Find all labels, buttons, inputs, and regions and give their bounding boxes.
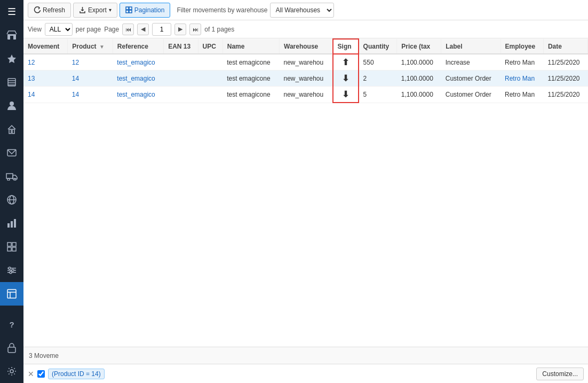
hamburger-menu[interactable]: ☰ <box>0 0 23 24</box>
sidebar-item-modules[interactable] <box>0 235 23 259</box>
svg-point-27 <box>9 267 11 269</box>
cell-name: test emagicone <box>223 87 279 103</box>
sidebar-item-store[interactable] <box>0 24 23 47</box>
col-warehouse[interactable]: Warehouse <box>280 39 333 54</box>
col-product[interactable]: Product ▼ <box>68 39 113 54</box>
page-number-input[interactable] <box>152 23 171 36</box>
col-quantity[interactable]: Quantity <box>359 39 397 54</box>
cell-label: Customer Order <box>441 87 500 103</box>
cell-movement[interactable]: 12 <box>23 54 68 71</box>
sidebar-item-help[interactable]: ? <box>0 312 23 336</box>
cell-upc <box>198 54 223 71</box>
sidebar-item-home[interactable] <box>0 118 23 141</box>
col-sign[interactable]: Sign <box>333 39 359 54</box>
cell-price: 1,100.0000 <box>397 71 441 87</box>
svg-rect-39 <box>129 10 132 13</box>
col-date[interactable]: Date <box>543 39 587 54</box>
cell-price: 1,100.0000 <box>397 87 441 103</box>
svg-point-28 <box>12 269 14 271</box>
svg-point-13 <box>14 178 16 181</box>
svg-rect-30 <box>7 290 16 298</box>
movement-count: 3 Moveme <box>29 352 59 359</box>
cell-product[interactable]: 14 <box>68 71 113 87</box>
pagination-bar: View ALL per page Page ⏮ ◀ ▶ ⏭ of 1 page… <box>23 20 588 38</box>
svg-rect-22 <box>7 247 11 251</box>
svg-rect-33 <box>8 347 15 353</box>
sidebar-item-catalog[interactable] <box>0 71 23 94</box>
col-movement[interactable]: Movement <box>23 39 68 54</box>
prev-page-button[interactable]: ◀ <box>137 24 149 35</box>
view-label: View <box>28 26 42 33</box>
svg-rect-21 <box>12 243 16 246</box>
table-row: 1212test_emagicotest emagiconenew_wareho… <box>23 54 588 71</box>
svg-rect-1 <box>10 36 13 40</box>
sidebar-item-stats[interactable] <box>0 212 23 235</box>
cell-label: Customer Order <box>441 71 500 87</box>
cell-reference[interactable]: test_emagico <box>113 54 163 71</box>
cell-product[interactable]: 12 <box>68 54 113 71</box>
svg-rect-17 <box>7 223 10 228</box>
svg-rect-11 <box>6 174 13 178</box>
sidebar-item-stock[interactable] <box>0 282 23 306</box>
pagination-button[interactable]: Pagination <box>120 3 171 18</box>
cell-reference[interactable]: test_emagico <box>113 87 163 103</box>
sidebar-item-localization[interactable] <box>0 188 23 212</box>
cell-name: test emagicone <box>223 71 279 87</box>
cell-date: 11/25/2020 <box>543 54 587 71</box>
filter-bar: ✕ (Product ID = 14) Customize... <box>23 364 588 383</box>
col-employee[interactable]: Employee <box>500 39 543 54</box>
cell-sign[interactable]: ⬇ <box>333 87 359 103</box>
cell-upc <box>198 87 223 103</box>
filter-checkbox[interactable] <box>37 370 45 378</box>
cell-sign[interactable]: ⬆ <box>333 54 359 71</box>
svg-rect-8 <box>9 129 11 134</box>
cell-sign[interactable]: ⬇ <box>333 71 359 87</box>
col-ean13[interactable]: EAN 13 <box>164 39 198 54</box>
table-row: 1314test_emagicotest emagiconenew_wareho… <box>23 71 588 87</box>
first-page-button[interactable]: ⏮ <box>122 24 134 35</box>
last-page-button[interactable]: ⏭ <box>189 24 201 35</box>
filter-close-button[interactable]: ✕ <box>28 370 34 378</box>
cell-movement[interactable]: 13 <box>23 71 68 87</box>
cell-ean13 <box>164 87 198 103</box>
export-button[interactable]: Export ▾ <box>73 3 117 18</box>
svg-point-12 <box>7 178 10 181</box>
sidebar-item-favorites[interactable] <box>0 47 23 71</box>
next-page-button[interactable]: ▶ <box>174 24 186 35</box>
cell-warehouse: new_warehou <box>280 87 333 103</box>
cell-warehouse: new_warehou <box>280 71 333 87</box>
toolbar: Refresh Export ▾ Pagination Filter movem… <box>23 0 588 20</box>
svg-point-29 <box>10 271 12 273</box>
sidebar-item-settings-adv[interactable] <box>0 259 23 282</box>
per-page-label: per page <box>76 26 101 33</box>
table-header-row: Movement Product ▼ Reference EAN 13 UPC … <box>23 39 588 54</box>
sidebar-item-lock[interactable] <box>0 336 23 359</box>
sidebar-item-customers[interactable] <box>0 94 23 118</box>
refresh-button[interactable]: Refresh <box>28 3 71 18</box>
cell-ean13 <box>164 54 198 71</box>
cell-label: Increase <box>441 54 500 71</box>
cell-product[interactable]: 14 <box>68 87 113 103</box>
col-name[interactable]: Name <box>223 39 279 54</box>
warehouse-filter[interactable]: All Warehouses <box>270 3 334 18</box>
col-upc[interactable]: UPC <box>198 39 223 54</box>
per-page-select[interactable]: ALL <box>45 23 73 36</box>
cell-reference[interactable]: test_emagico <box>113 71 163 87</box>
svg-rect-37 <box>129 7 132 10</box>
col-reference[interactable]: Reference <box>113 39 163 54</box>
cell-movement[interactable]: 14 <box>23 87 68 103</box>
svg-rect-9 <box>12 129 14 134</box>
filter-label: Filter movements by warehouse <box>177 6 267 14</box>
cell-employee[interactable]: Retro Man <box>500 71 543 87</box>
col-label[interactable]: Label <box>441 39 500 54</box>
sidebar-item-settings[interactable] <box>0 359 23 383</box>
svg-marker-2 <box>7 54 16 63</box>
col-price[interactable]: Price (tax <box>397 39 441 54</box>
svg-rect-23 <box>12 247 16 251</box>
sidebar-item-shipping[interactable] <box>0 165 23 188</box>
sidebar-item-messages[interactable] <box>0 141 23 165</box>
customize-button[interactable]: Customize... <box>536 368 584 380</box>
cell-employee: Retro Man <box>500 54 543 71</box>
svg-point-7 <box>10 101 14 106</box>
page-label: Page <box>104 26 119 33</box>
